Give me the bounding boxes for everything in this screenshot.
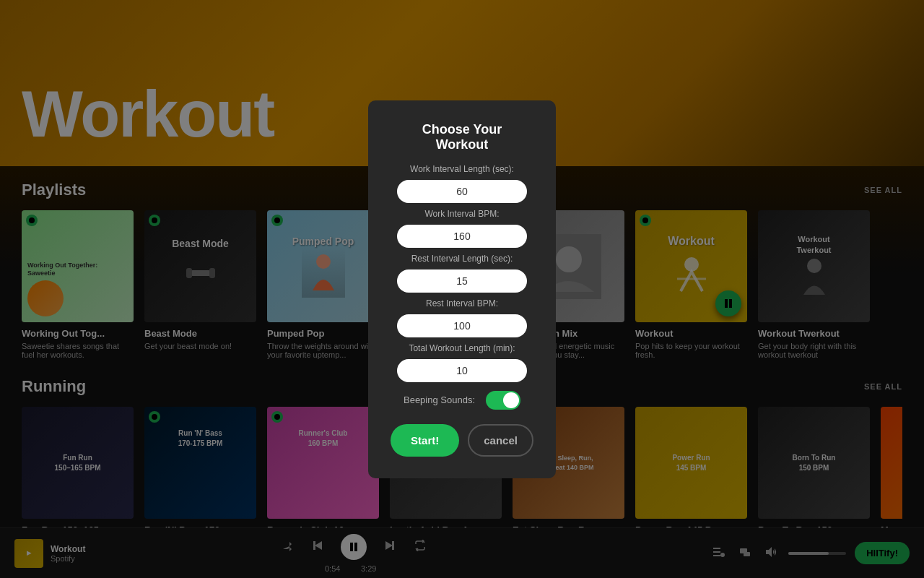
- modal-buttons: Start! cancel: [391, 424, 533, 457]
- rest-interval-input[interactable]: [397, 269, 527, 293]
- work-bpm-input[interactable]: [397, 225, 527, 248]
- work-bpm-label: Work Interval BPM:: [397, 209, 527, 219]
- modal-title: Choose Your Workout: [397, 122, 527, 152]
- total-length-label: Total Workout Length (min):: [397, 343, 527, 353]
- cancel-button[interactable]: cancel: [468, 424, 533, 457]
- rest-bpm-label: Rest Interval BPM:: [397, 298, 527, 309]
- toggle-knob: [503, 392, 519, 408]
- work-interval-input[interactable]: [397, 180, 527, 203]
- total-length-input[interactable]: [397, 359, 527, 382]
- beeping-toggle[interactable]: [486, 391, 520, 410]
- work-interval-label: Work Interval Length (sec):: [397, 164, 527, 174]
- start-button[interactable]: Start!: [391, 424, 459, 457]
- beeping-toggle-row: Beeping Sounds:: [397, 391, 527, 410]
- rest-bpm-input[interactable]: [397, 314, 527, 337]
- workout-modal: Choose Your Workout Work Interval Length…: [368, 100, 556, 478]
- rest-interval-label: Rest Interval Length (sec):: [397, 254, 527, 264]
- modal-overlay: Choose Your Workout Work Interval Length…: [0, 0, 924, 578]
- beeping-label: Beeping Sounds:: [404, 394, 475, 405]
